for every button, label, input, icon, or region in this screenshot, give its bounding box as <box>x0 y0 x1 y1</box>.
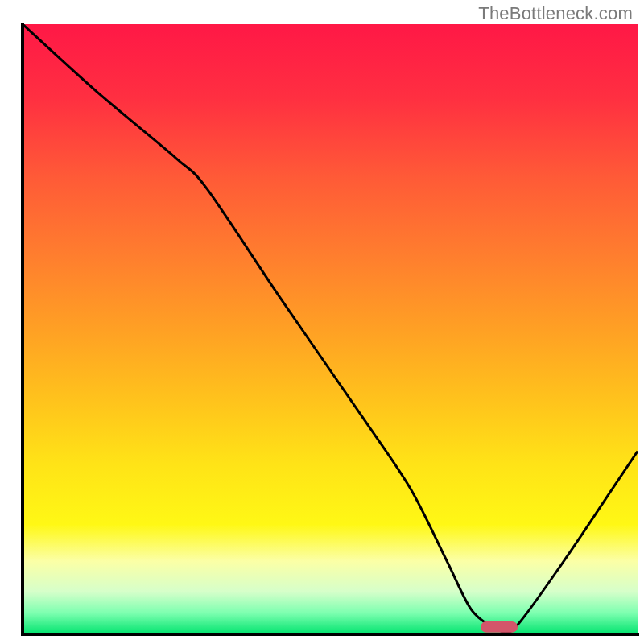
optimal-zone-marker <box>481 621 518 633</box>
bottleneck-chart <box>0 0 644 644</box>
plot-background <box>23 24 638 634</box>
watermark-label: TheBottleneck.com <box>478 3 633 24</box>
